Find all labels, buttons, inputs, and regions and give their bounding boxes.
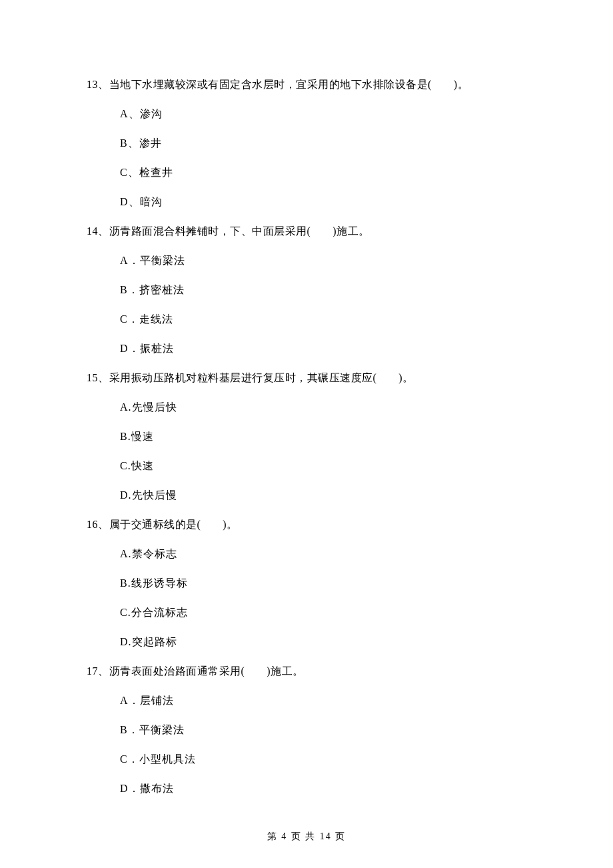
- option-d: D．振桩法: [120, 341, 526, 357]
- question-body: 属于交通标线的是( )。: [109, 519, 238, 530]
- option-d: D.先快后慢: [120, 487, 526, 503]
- question-14: 14、沥青路面混合料摊铺时，下、中面层采用( )施工。 A．平衡梁法 B．挤密桩…: [87, 223, 526, 357]
- option-c: C.分合流标志: [120, 605, 526, 621]
- question-15: 15、采用振动压路机对粒料基层进行复压时，其碾压速度应( )。 A.先慢后快 B…: [87, 370, 526, 503]
- option-a: A．层铺法: [120, 693, 526, 709]
- options-list: A.先慢后快 B.慢速 C.快速 D.先快后慢: [87, 399, 526, 503]
- question-number: 16、: [87, 519, 109, 530]
- question-body: 采用振动压路机对粒料基层进行复压时，其碾压速度应( )。: [109, 372, 414, 383]
- question-text: 13、当地下水埋藏较深或有固定含水层时，宜采用的地下水排除设备是( )。: [87, 77, 526, 93]
- option-c: C．小型机具法: [120, 751, 526, 767]
- option-b: B.慢速: [120, 429, 526, 445]
- option-a: A．平衡梁法: [120, 253, 526, 269]
- question-number: 14、: [87, 225, 109, 237]
- question-text: 17、沥青表面处治路面通常采用( )施工。: [87, 663, 526, 679]
- option-b: B．平衡梁法: [120, 722, 526, 738]
- options-list: A.禁令标志 B.线形诱导标 C.分合流标志 D.突起路标: [87, 546, 526, 650]
- option-d: D、暗沟: [120, 194, 526, 210]
- question-text: 16、属于交通标线的是( )。: [87, 517, 526, 533]
- question-number: 17、: [87, 665, 109, 677]
- option-c: C、检查井: [120, 165, 526, 181]
- option-b: B．挤密桩法: [120, 282, 526, 298]
- options-list: A、渗沟 B、渗井 C、检查井 D、暗沟: [87, 106, 526, 210]
- question-body: 沥青路面混合料摊铺时，下、中面层采用( )施工。: [109, 225, 370, 237]
- question-16: 16、属于交通标线的是( )。 A.禁令标志 B.线形诱导标 C.分合流标志 D…: [87, 517, 526, 650]
- option-a: A、渗沟: [120, 106, 526, 122]
- option-a: A.先慢后快: [120, 399, 526, 415]
- option-a: A.禁令标志: [120, 546, 526, 562]
- option-d: D．撒布法: [120, 781, 526, 797]
- page-footer: 第 4 页 共 14 页: [0, 831, 613, 843]
- question-number: 15、: [87, 372, 109, 383]
- question-text: 14、沥青路面混合料摊铺时，下、中面层采用( )施工。: [87, 223, 526, 239]
- options-list: A．平衡梁法 B．挤密桩法 C．走线法 D．振桩法: [87, 253, 526, 357]
- option-b: B.线形诱导标: [120, 575, 526, 591]
- option-d: D.突起路标: [120, 634, 526, 650]
- question-body: 当地下水埋藏较深或有固定含水层时，宜采用的地下水排除设备是( )。: [109, 79, 469, 90]
- question-text: 15、采用振动压路机对粒料基层进行复压时，其碾压速度应( )。: [87, 370, 526, 386]
- question-number: 13、: [87, 79, 109, 90]
- page-content: 13、当地下水埋藏较深或有固定含水层时，宜采用的地下水排除设备是( )。 A、渗…: [0, 0, 613, 797]
- options-list: A．层铺法 B．平衡梁法 C．小型机具法 D．撒布法: [87, 693, 526, 797]
- question-17: 17、沥青表面处治路面通常采用( )施工。 A．层铺法 B．平衡梁法 C．小型机…: [87, 663, 526, 797]
- option-c: C.快速: [120, 458, 526, 474]
- option-c: C．走线法: [120, 311, 526, 327]
- question-13: 13、当地下水埋藏较深或有固定含水层时，宜采用的地下水排除设备是( )。 A、渗…: [87, 77, 526, 210]
- option-b: B、渗井: [120, 135, 526, 151]
- question-body: 沥青表面处治路面通常采用( )施工。: [109, 665, 304, 677]
